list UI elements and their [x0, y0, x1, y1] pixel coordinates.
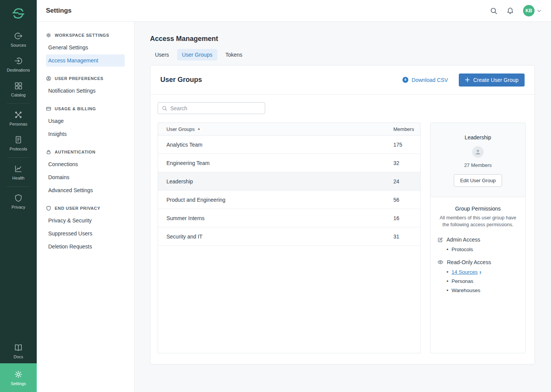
sidebar-item-sources[interactable]: Sources: [0, 27, 37, 52]
member-count: 27 Members: [437, 162, 519, 168]
primary-sidebar: Sources Destinations Catalog Personas: [0, 0, 37, 392]
user-circle-icon: [46, 76, 51, 81]
table-header: User Groups ▲ Members: [158, 123, 420, 136]
card-header: User Groups Download CSV: [150, 65, 535, 95]
rail-divider: [7, 103, 30, 104]
topbar-actions: KB: [490, 5, 541, 16]
tab-user-groups[interactable]: User Groups: [177, 49, 217, 60]
lock-icon: [46, 149, 51, 155]
sidebar-item-health[interactable]: Health: [0, 160, 37, 185]
group-name-cell: Summer Interns: [158, 215, 393, 221]
members-cell: 24: [393, 178, 420, 185]
eye-icon: [437, 259, 443, 265]
nav-item-insights[interactable]: Insights: [46, 128, 125, 140]
create-user-group-button[interactable]: Create User Group: [459, 74, 525, 87]
sources-count-link[interactable]: 14 Sources▾: [452, 269, 481, 275]
search-input[interactable]: [170, 105, 261, 111]
table-and-detail: User Groups ▲ Members Analytics Team 175: [158, 122, 526, 353]
search-icon: [162, 106, 167, 111]
shield-icon: [46, 206, 51, 211]
sidebar-item-label: Protocols: [10, 147, 27, 151]
nav-section-workspace-settings: WORKSPACE SETTINGS General Settings Acce…: [37, 33, 134, 67]
sidebar-item-personas[interactable]: Personas: [0, 106, 37, 131]
group-name-cell: Engineering Team: [158, 160, 393, 166]
nav-item-usage[interactable]: Usage: [46, 115, 125, 127]
nav-item-privacy-security[interactable]: Privacy & Security: [46, 214, 125, 227]
personas-icon: [14, 111, 23, 119]
nav-item-access-management[interactable]: Access Management: [46, 54, 125, 67]
user-groups-table: User Groups ▲ Members Analytics Team 175: [158, 122, 421, 353]
table-row[interactable]: Security and IT 31: [158, 227, 420, 246]
card-body: User Groups ▲ Members Analytics Team 175: [150, 95, 535, 364]
segment-logo-icon: [12, 7, 24, 20]
tab-users[interactable]: Users: [150, 49, 174, 60]
health-icon: [14, 165, 23, 173]
nav-item-advanced-settings[interactable]: Advanced Settings: [46, 184, 125, 196]
bell-icon: [507, 7, 514, 15]
nav-section-heading-label: USER PREFERENCES: [55, 76, 103, 81]
sort-ascending-icon[interactable]: ▲: [197, 127, 201, 131]
privacy-icon: [14, 194, 23, 202]
create-user-group-label: Create User Group: [473, 77, 518, 83]
segment-logo[interactable]: [0, 0, 37, 27]
edit-square-icon: [437, 237, 443, 243]
nav-section-heading: WORKSPACE SETTINGS: [37, 33, 134, 38]
column-header-label: User Groups: [166, 126, 195, 132]
rail-divider: [7, 157, 30, 158]
sidebar-item-privacy[interactable]: Privacy: [0, 189, 37, 214]
person-icon: [474, 149, 481, 155]
sidebar-item-catalog[interactable]: Catalog: [0, 77, 37, 101]
table-row[interactable]: Analytics Team 175: [158, 136, 420, 154]
column-header-members[interactable]: Members: [393, 126, 420, 132]
notifications-button[interactable]: [507, 7, 514, 15]
nav-item-notification-settings[interactable]: Notification Settings: [46, 85, 125, 97]
sources-count-label: 14 Sources: [452, 269, 478, 275]
right-column: Settings KB: [37, 0, 551, 392]
group-name: Leadership: [437, 134, 519, 140]
members-cell: 32: [393, 160, 420, 166]
nav-section-heading: AUTHENTICATION: [37, 149, 134, 155]
table-row[interactable]: Engineering Team 32: [158, 154, 420, 172]
sidebar-item-docs[interactable]: Docs: [0, 338, 37, 363]
content-row: WORKSPACE SETTINGS General Settings Acce…: [37, 22, 551, 392]
nav-item-domains[interactable]: Domains: [46, 171, 125, 183]
permissions-description: All members of this user group have the …: [437, 214, 518, 228]
user-groups-card: User Groups Download CSV: [150, 65, 535, 364]
page-title: Access Management: [150, 35, 535, 43]
chevron-down-icon: [537, 10, 541, 12]
read-only-access-group: Read-Only Access 14 Sources▾ Personas Wa…: [437, 259, 518, 293]
download-icon: [402, 77, 409, 83]
search-button[interactable]: [490, 7, 497, 15]
permissions-title: Group Permissions: [437, 206, 518, 212]
table-row[interactable]: Summer Interns 16: [158, 209, 420, 227]
tab-tokens[interactable]: Tokens: [220, 49, 247, 60]
admin-access-group: Admin Access Protocols: [437, 237, 518, 252]
topbar: Settings KB: [37, 0, 551, 22]
app-root: Sources Destinations Catalog Personas: [0, 0, 551, 392]
nav-item-suppressed-users[interactable]: Suppressed Users: [46, 227, 125, 240]
edit-user-group-button[interactable]: Edit User Group: [454, 174, 502, 187]
sidebar-item-destinations[interactable]: Destinations: [0, 52, 37, 77]
rail-spacer: [0, 214, 37, 338]
caret-down-icon: ▾: [479, 270, 481, 274]
sidebar-item-label: Docs: [13, 354, 23, 359]
nav-item-general-settings[interactable]: General Settings: [46, 41, 125, 54]
sidebar-item-settings[interactable]: Settings: [0, 363, 37, 392]
group-name-cell: Analytics Team: [158, 142, 393, 148]
account-menu[interactable]: KB: [523, 5, 541, 16]
table-row-selected[interactable]: Leadership 24: [158, 172, 420, 191]
column-header-user-groups[interactable]: User Groups ▲: [158, 126, 393, 132]
plus-icon: [465, 77, 470, 82]
nav-item-connections[interactable]: Connections: [46, 158, 125, 170]
nav-item-deletion-requests[interactable]: Deletion Requests: [46, 240, 125, 253]
nav-section-heading: USAGE & BILLING: [37, 106, 134, 111]
group-permissions: Group Permissions All members of this us…: [430, 197, 525, 309]
permission-item-sources: 14 Sources▾: [447, 269, 518, 275]
download-csv-button[interactable]: Download CSV: [402, 77, 448, 83]
main-content: Access Management Users User Groups Toke…: [135, 22, 551, 392]
table-row[interactable]: Product and Engineering 56: [158, 191, 420, 209]
nav-section-heading-label: END USER PRIVACY: [55, 206, 100, 211]
read-only-access-label: Read-Only Access: [447, 259, 491, 265]
sidebar-item-protocols[interactable]: Protocols: [0, 131, 37, 155]
sidebar-item-label: Destinations: [7, 68, 30, 72]
